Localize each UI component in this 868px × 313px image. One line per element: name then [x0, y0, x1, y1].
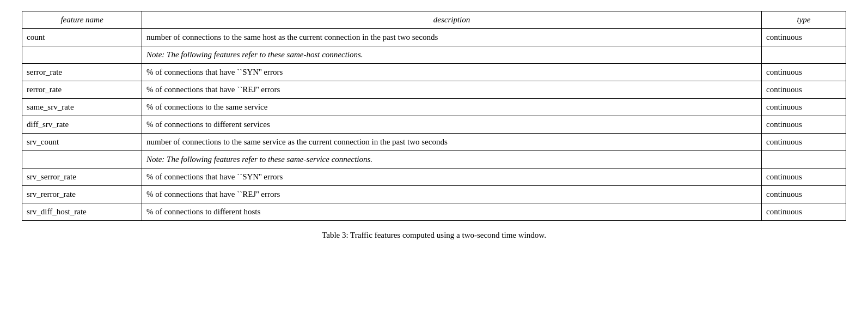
header-type: type — [762, 11, 846, 29]
table-row: serror_rate% of connections that have ``… — [22, 64, 846, 81]
cell-type: continuous — [762, 168, 846, 186]
cell-type: continuous — [762, 64, 846, 81]
cell-feature: diff_srv_rate — [22, 116, 142, 134]
table-row: same_srv_rate% of connections to the sam… — [22, 99, 846, 116]
cell-description: % of connections that have ``SYN'' error… — [142, 64, 762, 81]
table-row: srv_countnumber of connections to the sa… — [22, 134, 846, 151]
table-row: diff_srv_rate% of connections to differe… — [22, 116, 846, 134]
table-row: Note: The following features refer to th… — [22, 46, 846, 64]
cell-feature: serror_rate — [22, 64, 142, 81]
cell-feature: srv_rerror_rate — [22, 186, 142, 203]
cell-type: continuous — [762, 99, 846, 116]
table-row: Note: The following features refer to th… — [22, 151, 846, 168]
data-table: feature name description type countnumbe… — [22, 11, 846, 221]
table-row: countnumber of connections to the same h… — [22, 29, 846, 46]
cell-feature: rerror_rate — [22, 81, 142, 99]
table-row: srv_serror_rate% of connections that hav… — [22, 168, 846, 186]
cell-type: continuous — [762, 134, 846, 151]
table-row: srv_diff_host_rate% of connections to di… — [22, 203, 846, 221]
cell-description: number of connections to the same servic… — [142, 134, 762, 151]
cell-description: % of connections that have ``REJ'' error… — [142, 186, 762, 203]
cell-feature: srv_diff_host_rate — [22, 203, 142, 221]
cell-type: continuous — [762, 81, 846, 99]
cell-description: Note: The following features refer to th… — [142, 46, 762, 64]
table-header-row: feature name description type — [22, 11, 846, 29]
header-description: description — [142, 11, 762, 29]
cell-description: % of connections that have ``SYN'' error… — [142, 168, 762, 186]
cell-description: number of connections to the same host a… — [142, 29, 762, 46]
table-row: srv_rerror_rate% of connections that hav… — [22, 186, 846, 203]
cell-feature — [22, 151, 142, 168]
header-feature-name: feature name — [22, 11, 142, 29]
table-caption: Table 3: Traffic features computed using… — [22, 231, 846, 240]
cell-feature — [22, 46, 142, 64]
cell-type: continuous — [762, 186, 846, 203]
table-row: rerror_rate% of connections that have ``… — [22, 81, 846, 99]
cell-type — [762, 46, 846, 64]
cell-type: continuous — [762, 116, 846, 134]
table-container: feature name description type countnumbe… — [22, 11, 846, 240]
cell-feature: srv_serror_rate — [22, 168, 142, 186]
cell-description: Note: The following features refer to th… — [142, 151, 762, 168]
cell-type: continuous — [762, 203, 846, 221]
cell-feature: count — [22, 29, 142, 46]
cell-feature: same_srv_rate — [22, 99, 142, 116]
cell-description: % of connections to different hosts — [142, 203, 762, 221]
cell-description: % of connections to different services — [142, 116, 762, 134]
cell-type — [762, 151, 846, 168]
cell-description: % of connections to the same service — [142, 99, 762, 116]
cell-description: % of connections that have ``REJ'' error… — [142, 81, 762, 99]
cell-feature: srv_count — [22, 134, 142, 151]
cell-type: continuous — [762, 29, 846, 46]
